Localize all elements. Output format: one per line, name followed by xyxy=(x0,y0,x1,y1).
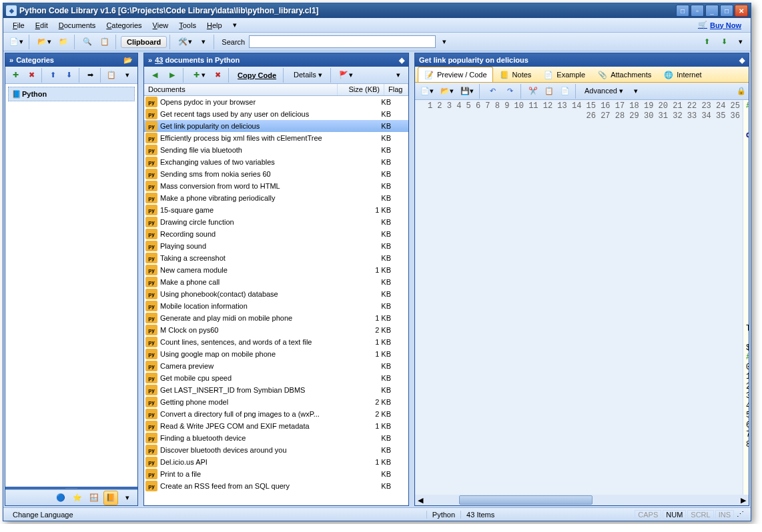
document-row[interactable]: pyDiscover bluetooth devices around youK… xyxy=(144,444,408,456)
chevron-icon[interactable]: ◆ xyxy=(399,56,404,65)
tools-button[interactable]: 🛠️▾ xyxy=(175,35,195,49)
categories-tree[interactable]: 📘 Python xyxy=(5,84,137,487)
cat-btn1[interactable]: 🔵 xyxy=(53,491,68,505)
document-row[interactable]: pyOpens pydoc in your browserKB xyxy=(144,96,408,108)
advanced-button[interactable]: Advanced ▾ xyxy=(581,85,627,97)
tab-preview-code[interactable]: 📝Preview / Code xyxy=(418,67,493,82)
search-button[interactable]: 🔍 xyxy=(79,35,95,49)
cat-up-button[interactable]: ⬆ xyxy=(45,68,60,83)
cat-paste-button[interactable]: 📋 xyxy=(104,68,119,83)
chevron-icon[interactable]: ◆ xyxy=(739,56,745,65)
tab-attachments[interactable]: 📎Attachments xyxy=(591,67,657,82)
documents-header[interactable]: » 43 documents in Python ◆ xyxy=(144,53,408,67)
nav-overflow-icon[interactable]: ▾ xyxy=(733,35,748,49)
clipboard-button[interactable]: Clipboard xyxy=(121,36,167,48)
document-row[interactable]: pyTaking a screenshotKB xyxy=(144,252,408,264)
print-button[interactable]: 📋 xyxy=(97,35,113,49)
column-documents[interactable]: Documents xyxy=(144,84,338,95)
column-size[interactable]: Size (KB) xyxy=(338,84,384,95)
undo-button[interactable]: ↶ xyxy=(484,84,500,99)
window-restore1-button[interactable]: □ xyxy=(676,5,689,17)
nav-up-button[interactable]: ⬆ xyxy=(699,35,715,49)
document-row[interactable]: pyGet LAST_INSERT_ID from Symbian DBMSKB xyxy=(144,384,408,396)
tab-notes[interactable]: 📒Notes xyxy=(493,67,538,82)
code-new-button[interactable]: 📄▾ xyxy=(418,84,436,99)
document-row[interactable]: py15-square game1 KB xyxy=(144,204,408,216)
doc-back-button[interactable]: ◀ xyxy=(147,68,163,83)
cat-overflow-icon[interactable]: ▾ xyxy=(120,68,135,83)
code-editor[interactable]: 1 2 3 4 5 6 7 8 9 10 11 12 13 14 15 16 1… xyxy=(415,100,749,495)
cat-book-button[interactable]: 📙 xyxy=(103,491,118,505)
column-flag[interactable]: Flag xyxy=(384,84,408,95)
document-row[interactable]: pyGet mobile cpu speedKB xyxy=(144,372,408,384)
document-row[interactable]: pyMobile location informationKB xyxy=(144,300,408,312)
document-row[interactable]: pyMass conversion from word to HTMLKB xyxy=(144,180,408,192)
document-row[interactable]: pyConvert a directory full of png images… xyxy=(144,408,408,420)
doc-add-button[interactable]: ✚▾ xyxy=(188,68,208,83)
doc-delete-button[interactable]: ✖ xyxy=(210,68,226,83)
window-maximize-button[interactable]: □ xyxy=(720,5,733,17)
categories-header[interactable]: »Categories 📂 xyxy=(5,53,137,67)
code-open-button[interactable]: 📂▾ xyxy=(438,84,456,99)
window-close-button[interactable]: ✕ xyxy=(735,5,748,17)
menu-edit[interactable]: Edit xyxy=(30,20,53,31)
cat-delete-button[interactable]: ✖ xyxy=(24,68,39,83)
titlebar[interactable]: ◆ Python Code Library v1.6 [G:\Projects\… xyxy=(3,3,751,18)
doc-flag-button[interactable]: 🚩▾ xyxy=(336,68,356,83)
document-row[interactable]: pyUsing google map on mobile phone1 KB xyxy=(144,348,408,360)
document-row[interactable]: pyM Clock on pys602 KB xyxy=(144,324,408,336)
horizontal-scrollbar[interactable]: ◀▶ xyxy=(415,495,749,505)
open-button[interactable]: 📂▾ xyxy=(34,35,54,49)
copy-button[interactable]: 📋 xyxy=(542,84,556,99)
menu-tools[interactable]: Tools xyxy=(173,20,202,31)
change-language-button[interactable]: Change Language xyxy=(7,511,79,519)
document-row[interactable]: pyMake a phone vibrating periodicallyKB xyxy=(144,192,408,204)
document-row[interactable]: pySending sms from nokia series 60KB xyxy=(144,168,408,180)
search-dropdown-icon[interactable]: ▾ xyxy=(437,35,452,49)
details-button[interactable]: Details ▾ xyxy=(288,69,328,81)
document-row[interactable]: pyCount lines, sentences, and words of a… xyxy=(144,336,408,348)
document-row[interactable]: pyCamera previewKB xyxy=(144,360,408,372)
document-row[interactable]: pyDel.icio.us API1 KB xyxy=(144,456,408,468)
category-item-python[interactable]: 📘 Python xyxy=(8,87,135,101)
document-row[interactable]: pyRecording soundKB xyxy=(144,228,408,240)
document-row[interactable]: pyGet link popularity on deliciousKB xyxy=(144,120,408,132)
toolbar-overflow-icon[interactable]: ▾ xyxy=(196,35,211,49)
new-doc-button[interactable]: 📄▾ xyxy=(6,35,26,49)
documents-list[interactable]: pyOpens pydoc in your browserKBpyGet rec… xyxy=(144,96,408,505)
document-row[interactable]: pyDrawing circle functionKB xyxy=(144,216,408,228)
document-row[interactable]: pyPrint to a fileKB xyxy=(144,468,408,480)
paste-button[interactable]: 📄 xyxy=(558,84,573,99)
splitter-right[interactable] xyxy=(410,51,413,507)
cat-fav-button[interactable]: ⭐ xyxy=(70,491,85,505)
folder-icon[interactable]: 📂 xyxy=(123,55,133,65)
cat-win-button[interactable]: 🪟 xyxy=(87,491,101,505)
document-row[interactable]: pyUsing phonebook(contact) databaseKB xyxy=(144,288,408,300)
menu-overflow-icon[interactable]: ▾ xyxy=(228,18,242,33)
document-row[interactable]: pyNew camera module1 KB xyxy=(144,264,408,276)
menu-categories[interactable]: Categories xyxy=(101,20,147,31)
document-row[interactable]: pyGenerate and play midi on mobile phone… xyxy=(144,312,408,324)
code-header[interactable]: Get link popularity on delicious ◆ xyxy=(415,53,749,67)
nav-down-button[interactable]: ⬇ xyxy=(716,35,732,49)
buy-now-link[interactable]: Buy Now xyxy=(693,19,747,31)
document-row[interactable]: pySending file via bluetoothKB xyxy=(144,144,408,156)
window-minimize-button[interactable]: _ xyxy=(705,5,719,17)
tab-internet[interactable]: 🌐Internet xyxy=(657,67,707,82)
redo-button[interactable]: ↷ xyxy=(502,84,518,99)
document-row[interactable]: pyExchanging values of two variablesKB xyxy=(144,156,408,168)
doc-overflow-icon[interactable]: ▾ xyxy=(391,68,406,83)
document-row[interactable]: pyRead & Write JPEG COM and EXIF metadat… xyxy=(144,420,408,432)
documents-category-link[interactable]: Python xyxy=(215,56,240,64)
menu-file[interactable]: File xyxy=(7,20,30,31)
menu-help[interactable]: Help xyxy=(202,20,228,31)
document-row[interactable]: pyFinding a bluetooth deviceKB xyxy=(144,432,408,444)
document-row[interactable]: pyMake a phone callKB xyxy=(144,276,408,288)
cat-indent-button[interactable]: ➡ xyxy=(83,68,97,83)
document-row[interactable]: pyGetting phone model2 KB xyxy=(144,396,408,408)
code-text[interactable]: #We are using python's delicious-py modu… xyxy=(743,100,749,495)
tab-example[interactable]: 📄Example xyxy=(537,67,591,82)
cat-down-button[interactable]: ⬇ xyxy=(61,68,76,83)
cat-bottom-overflow[interactable]: ▾ xyxy=(120,491,135,505)
document-row[interactable]: pyPlaying soundKB xyxy=(144,240,408,252)
